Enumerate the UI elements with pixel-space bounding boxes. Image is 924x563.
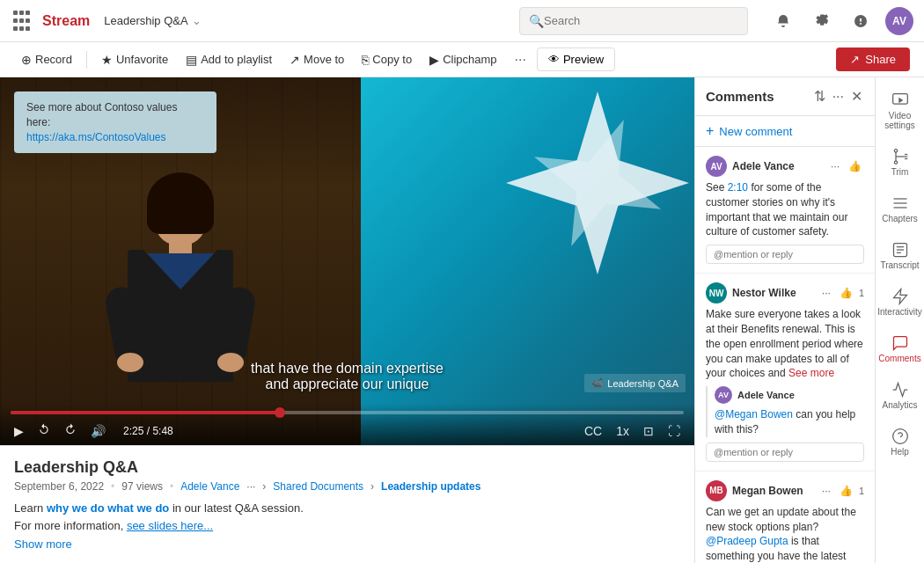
user-avatar[interactable]: AV <box>885 7 913 35</box>
chapters-icon-item[interactable]: Chapters <box>877 187 923 230</box>
sidebar-icons: Video settings Trim Chapters Transcript … <box>875 77 924 563</box>
comment-item: MB Megan Bowen ··· 👍 1 Can we get an upd… <box>695 472 875 563</box>
waffle-menu[interactable] <box>11 11 32 32</box>
captions-button[interactable]: CC <box>581 422 605 440</box>
video-player[interactable]: See more about Contoso values here: http… <box>0 77 694 445</box>
help-icon[interactable] <box>847 7 875 35</box>
comment-text: Can we get an update about the new stock… <box>706 505 864 563</box>
meta-more-button[interactable]: ··· <box>246 480 255 493</box>
panel-title: Comments <box>706 89 774 104</box>
video-settings-icon-item[interactable]: Video settings <box>877 84 923 137</box>
comment-more-button[interactable]: ··· <box>819 484 833 498</box>
avatar: MB <box>706 480 727 501</box>
video-info: Leadership Q&A September 6, 2022 • 97 vi… <box>0 445 694 563</box>
trim-icon <box>891 148 909 165</box>
action-bar: ⊕ Record ★ Unfavorite ▤ Add to playlist … <box>0 42 924 77</box>
play-button[interactable]: ▶ <box>11 422 27 440</box>
progress-fill <box>11 411 280 414</box>
progress-thumb[interactable] <box>275 407 285 418</box>
svg-point-4 <box>894 150 897 152</box>
like-button[interactable]: 👍 <box>837 484 855 498</box>
author-link[interactable]: Adele Vance <box>180 480 239 493</box>
comment-text: Make sure everyone takes a look at their… <box>706 307 864 381</box>
breadcrumb-item[interactable]: Leadership Q&A <box>104 14 187 27</box>
preview-button[interactable]: 👁 Preview <box>537 48 615 71</box>
see-more-button[interactable]: See more <box>788 367 834 379</box>
reply-field[interactable] <box>706 442 864 462</box>
back-10-button[interactable] <box>34 421 54 440</box>
speed-button[interactable]: 1x <box>612 422 633 440</box>
info-text: See more about Contoso values here: http… <box>26 100 204 144</box>
panel-header: Comments ⇅ ··· ✕ <box>695 77 875 116</box>
plus-icon: + <box>706 123 714 139</box>
fullscreen-button[interactable]: ⛶ <box>664 422 684 440</box>
more-actions-button[interactable]: ··· <box>508 48 533 71</box>
video-title: Leadership Q&A <box>14 458 680 477</box>
volume-button[interactable]: 🔊 <box>87 422 109 440</box>
reply-field[interactable] <box>706 245 864 264</box>
comment-text: See 2:10 for some of the customer storie… <box>706 180 864 239</box>
video-meta: September 6, 2022 • 97 views • Adele Van… <box>14 480 680 493</box>
like-button[interactable]: 👍 <box>837 286 855 300</box>
close-panel-button[interactable]: ✕ <box>849 86 864 106</box>
comment-item: AV Adele Vance ··· 👍 See 2:10 for some o… <box>695 147 875 274</box>
show-more-button[interactable]: Show more <box>14 537 680 551</box>
analytics-label: Analytics <box>882 400 917 410</box>
video-section: See more about Contoso values here: http… <box>0 77 694 563</box>
chapters-label: Chapters <box>882 214 918 223</box>
time-display: 2:25 / 5:48 <box>123 425 173 437</box>
video-controls: ▶ 🔊 2:25 / 5:48 CC 1x ⊡ ⛶ <box>0 404 694 445</box>
interactivity-icon-item[interactable]: Interactivity <box>877 281 923 324</box>
app-name: Stream <box>42 13 90 29</box>
comments-label: Comments <box>878 354 920 363</box>
pip-button[interactable]: ⊡ <box>640 422 657 440</box>
help-icon-item[interactable]: Help <box>877 420 923 464</box>
avatar: AV <box>706 156 727 177</box>
like-button[interactable]: 👍 <box>846 159 864 173</box>
info-overlay: See more about Contoso values here: http… <box>14 91 216 153</box>
clipchamp-icon: ▶ <box>429 53 439 67</box>
clipchamp-button[interactable]: ▶ Clipchamp <box>422 49 503 70</box>
current-folder: Leadership updates <box>381 480 480 493</box>
comments-icon-item[interactable]: Comments <box>877 327 923 370</box>
new-comment-button[interactable]: + New comment <box>695 116 875 147</box>
shared-docs-link[interactable]: Shared Documents <box>273 480 363 493</box>
record-button[interactable]: ⊕ Record <box>14 49 79 70</box>
commenter-name: Adele Vance <box>732 160 823 172</box>
slides-link[interactable]: see slides here... <box>127 519 213 532</box>
unfavorite-button[interactable]: ★ Unfavorite <box>94 49 175 70</box>
commenter-name: Adele Vance <box>737 390 864 400</box>
comment-item: NW Nestor Wilke ··· 👍 1 Make sure everyo… <box>695 274 875 472</box>
controls-row: ▶ 🔊 2:25 / 5:48 CC 1x ⊡ ⛶ <box>11 421 684 440</box>
reply-input-area[interactable] <box>706 442 864 462</box>
more-options-button[interactable]: ··· <box>831 87 846 106</box>
avatar: NW <box>706 282 727 303</box>
settings-icon[interactable] <box>808 7 836 35</box>
progress-bar[interactable] <box>11 411 684 414</box>
search-box[interactable]: 🔍 <box>519 7 748 35</box>
commenter-name: Megan Bowen <box>732 485 814 497</box>
analytics-icon-item[interactable]: Analytics <box>877 374 923 417</box>
avatar: AV <box>715 386 732 404</box>
sort-button[interactable]: ⇅ <box>812 86 827 106</box>
chapters-icon <box>891 194 909 212</box>
info-link[interactable]: https://aka.ms/ContosoValues <box>26 131 166 143</box>
comment-more-button[interactable]: ··· <box>828 159 842 173</box>
timestamp-link[interactable]: 2:10 <box>728 181 748 194</box>
breadcrumb: Leadership Q&A ⌄ <box>104 14 201 27</box>
star-icon: ★ <box>101 53 113 67</box>
playlist-icon: ▤ <box>186 53 197 67</box>
comment-more-button[interactable]: ··· <box>819 286 833 300</box>
copy-to-button[interactable]: ⎘ Copy to <box>355 49 419 70</box>
search-input[interactable] <box>544 14 729 27</box>
trim-icon-item[interactable]: Trim <box>877 141 923 184</box>
comments-icon <box>891 334 909 352</box>
add-to-playlist-button[interactable]: ▤ Add to playlist <box>179 49 279 70</box>
record-icon: ⊕ <box>21 53 32 67</box>
forward-10-button[interactable] <box>61 421 80 440</box>
move-to-button[interactable]: ↗ Move to <box>282 49 351 70</box>
transcript-icon-item[interactable]: Transcript <box>877 234 923 277</box>
reply-input-area[interactable] <box>706 245 864 264</box>
notifications-icon[interactable] <box>769 7 797 35</box>
share-button[interactable]: ↗ Share <box>836 48 910 71</box>
